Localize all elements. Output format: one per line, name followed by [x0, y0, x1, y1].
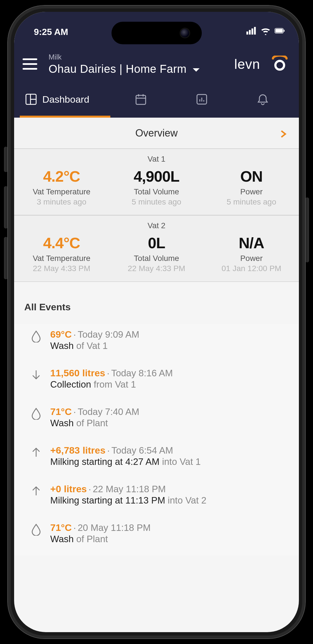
- dynamic-island: [111, 22, 202, 44]
- event-row[interactable]: 71°C·Today 7:40 AM Wash of Plant: [14, 401, 299, 440]
- event-line-2: Wash of Vat 1: [50, 340, 289, 351]
- event-line-1: 11,560 litres·Today 8:16 AM: [50, 368, 289, 379]
- vat-card[interactable]: Vat 2 4.4°C Vat Temperature 22 May 4:33 …: [14, 215, 299, 282]
- drop-icon: [22, 406, 50, 420]
- event-line-2: Wash of Plant: [50, 418, 289, 428]
- wifi-icon: [261, 27, 271, 37]
- spacer: [14, 282, 299, 299]
- svg-rect-1: [249, 30, 251, 34]
- drop-icon: [22, 522, 50, 536]
- vat-volume-value: 4,900L: [109, 168, 204, 185]
- app-header: Milk Ohau Dairies | Home Farm levn: [14, 40, 299, 81]
- tab-bar: Dashboard: [14, 81, 299, 118]
- tab-dashboard-label: Dashboard: [42, 94, 89, 105]
- event-main: Wash: [50, 534, 74, 544]
- vat-temp-label: Vat Temperature: [14, 187, 109, 196]
- event-value: 71°C: [50, 522, 72, 533]
- event-rest: of Vat 1: [76, 340, 108, 351]
- battery-icon: [275, 27, 285, 37]
- vat-temp-time: 22 May 4:33 PM: [14, 264, 109, 273]
- event-line-2: Milking starting at 4:27 AM into Vat 1: [50, 456, 289, 467]
- svg-rect-2: [251, 28, 253, 35]
- event-main: Wash: [50, 340, 74, 351]
- event-line-1: 71°C·20 May 11:18 PM: [50, 522, 289, 533]
- down-icon: [22, 368, 50, 381]
- event-value: +0 litres: [50, 483, 87, 494]
- event-rest: of Plant: [76, 534, 108, 544]
- event-row[interactable]: +0 litres·22 May 11:18 PM Milking starti…: [14, 478, 299, 517]
- vat-temp-label: Vat Temperature: [14, 254, 109, 263]
- event-line-1: 71°C·Today 7:40 AM: [50, 406, 289, 417]
- up-icon: [22, 483, 50, 497]
- up-icon: [22, 445, 50, 458]
- event-row[interactable]: 71°C·20 May 11:18 PM Wash of Plant: [14, 517, 299, 556]
- chevron-right-icon: [279, 129, 288, 137]
- event-time: Today 6:54 AM: [111, 445, 173, 456]
- menu-button[interactable]: [23, 58, 37, 70]
- vat-power-value: N/A: [204, 234, 299, 252]
- svg-rect-6: [284, 30, 284, 32]
- phone-screen: 9:25 AM: [14, 12, 299, 632]
- event-time: Today 7:40 AM: [78, 406, 139, 417]
- svg-rect-5: [275, 29, 283, 33]
- side-button: [4, 186, 8, 228]
- vat-power-time: 01 Jan 12:00 PM: [204, 264, 299, 273]
- events-list: 69°C·Today 9:09 AM Wash of Vat 1 11,560 …: [14, 324, 299, 556]
- svg-rect-3: [254, 27, 256, 35]
- phone-frame: 9:25 AM: [0, 0, 313, 644]
- all-events-title: All Events: [14, 299, 299, 324]
- farm-name: Ohau Dairies | Home Farm: [49, 63, 187, 75]
- event-line-2: Milking starting at 11:13 PM into Vat 2: [50, 495, 289, 506]
- event-rest: of Plant: [76, 418, 108, 428]
- cellular-icon: [246, 27, 257, 37]
- event-rest: into Vat 2: [168, 495, 206, 505]
- event-row[interactable]: 69°C·Today 9:09 AM Wash of Vat 1: [14, 324, 299, 362]
- side-button: [305, 197, 309, 262]
- event-value: 71°C: [50, 406, 72, 417]
- event-line-1: 69°C·Today 9:09 AM: [50, 329, 289, 340]
- vat-power-label: Power: [204, 254, 299, 263]
- vat-volume-value: 0L: [109, 234, 204, 252]
- vat-volume-label: Total Volume: [109, 254, 204, 263]
- tab-dashboard[interactable]: Dashboard: [20, 81, 110, 118]
- drop-icon: [22, 329, 50, 342]
- event-line-1: +6,783 litres·Today 6:54 AM: [50, 445, 289, 456]
- event-row[interactable]: 11,560 litres·Today 8:16 AM Collection f…: [14, 362, 299, 401]
- vat-temp-value: 4.2°C: [14, 168, 109, 185]
- svg-rect-0: [246, 32, 248, 35]
- tab-calendar[interactable]: [110, 81, 171, 118]
- event-main: Collection: [50, 379, 91, 390]
- event-time: Today 8:16 AM: [111, 368, 173, 378]
- event-row[interactable]: +6,783 litres·Today 6:54 AM Milking star…: [14, 440, 299, 478]
- vat-power-value: ON: [204, 168, 299, 185]
- event-main: Wash: [50, 418, 74, 428]
- farm-category: Milk: [49, 53, 223, 61]
- phone-bezel: 9:25 AM: [8, 6, 305, 638]
- vat-card[interactable]: Vat 1 4.2°C Vat Temperature 3 minutes ag…: [14, 149, 299, 215]
- vat-volume-label: Total Volume: [109, 187, 204, 196]
- vat-volume-time: 5 minutes ago: [109, 197, 204, 206]
- vat-volume-time: 22 May 4:33 PM: [109, 264, 204, 273]
- event-time: Today 9:09 AM: [78, 329, 139, 340]
- farm-selector[interactable]: Milk Ohau Dairies | Home Farm: [49, 53, 223, 75]
- event-line-1: +0 litres·22 May 11:18 PM: [50, 483, 289, 494]
- side-button: [4, 237, 8, 279]
- overview-heading[interactable]: Overview: [14, 118, 299, 149]
- event-rest: into Vat 1: [162, 456, 201, 467]
- status-icons: [246, 27, 285, 37]
- event-value: +6,783 litres: [50, 445, 106, 456]
- tab-alerts[interactable]: [232, 81, 293, 118]
- vat-title: Vat 1: [14, 155, 299, 164]
- side-button: [4, 147, 8, 172]
- chevron-down-icon: [192, 63, 200, 75]
- vat-power-time: 5 minutes ago: [204, 197, 299, 206]
- tab-analytics[interactable]: [171, 81, 232, 118]
- event-time: 22 May 11:18 PM: [93, 484, 166, 494]
- event-time: 20 May 11:18 PM: [78, 522, 151, 533]
- vat-title: Vat 2: [14, 221, 299, 230]
- svg-text:levn: levn: [234, 57, 260, 72]
- event-line-2: Collection from Vat 1: [50, 379, 289, 390]
- event-line-2: Wash of Plant: [50, 534, 289, 544]
- overview-label: Overview: [135, 127, 178, 139]
- event-rest: from Vat 1: [94, 379, 136, 390]
